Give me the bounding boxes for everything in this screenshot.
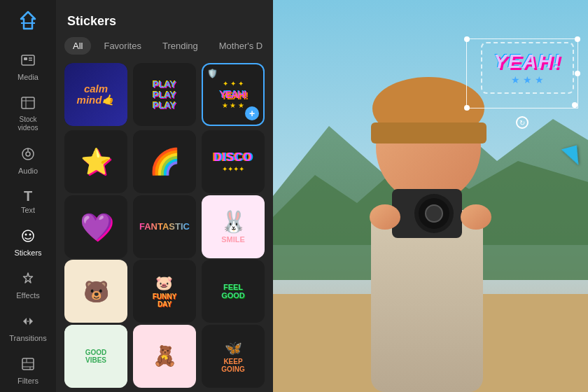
filter-tab-trending[interactable]: Trending (154, 37, 206, 55)
sidebar-item-stock-videos-label: Stockvideos (18, 115, 38, 132)
sticker-keep-going-char: 🦋 (225, 340, 242, 356)
sticker-good-vibes-label: GOODVIBES (85, 349, 107, 364)
sidebar-item-stickers-label: Stickers (14, 248, 41, 257)
sticker-funny-day[interactable]: 🐷 FUNNYDAY (133, 260, 196, 323)
sidebar-item-transitions-label: Transitions (9, 334, 46, 342)
sidebar-item-audio-label: Audio (18, 167, 38, 175)
filter-tab-mothers-day[interactable]: Mother's D (211, 37, 271, 55)
svg-rect-1 (22, 55, 34, 65)
svg-point-11 (22, 230, 34, 241)
filters-icon (20, 356, 36, 374)
filter-tab-favorites[interactable]: Favorites (95, 37, 149, 55)
shield-icon: 🛡️ (207, 69, 218, 78)
audio-icon (20, 146, 36, 164)
canvas-area[interactable]: YEAH! ★ ★ ★ ↻ (273, 0, 588, 392)
stickers-icon (20, 228, 36, 246)
sticker-character-emoji: 🧸 (153, 344, 177, 368)
svg-point-30 (426, 205, 442, 222)
sticker-smile[interactable]: 🐰 SMILE (202, 195, 265, 258)
filter-tab-bar: All Favorites Trending Mother's D ▾ (56, 37, 273, 63)
sidebar-item-filters-label: Filters (18, 377, 38, 385)
media-icon (20, 52, 36, 70)
stock-videos-icon (20, 95, 36, 113)
sticker-yeah[interactable]: 🛡️ ✦ ✦ ✦ YEAH! ★ ★ ★ + (202, 63, 265, 126)
transitions-icon (20, 314, 36, 331)
sticker-add-button[interactable]: + (245, 106, 259, 120)
sidebar-item-media[interactable]: Media (0, 46, 56, 88)
svg-point-31 (370, 204, 400, 230)
sticker-heart-label: 💜 (80, 211, 113, 242)
sticker-funny-day-label: FUNNYDAY (153, 293, 176, 308)
effects-icon (20, 271, 36, 288)
canvas-yeah-text: YEAH! (493, 50, 561, 73)
svg-rect-26 (371, 122, 486, 144)
sidebar-item-stock-videos[interactable]: Stockvideos (0, 88, 56, 139)
sidebar-item-transitions[interactable]: Transitions (0, 307, 56, 349)
svg-point-32 (461, 204, 491, 230)
sticker-bear[interactable]: 🐻 (64, 260, 127, 323)
sticker-grid: calmmind🤙 PLAYPLAYPLAY 🛡️ ✦ ✦ ✦ YEAH! ★ … (56, 63, 273, 392)
svg-rect-2 (24, 57, 27, 60)
sticker-star[interactable]: ⭐ (64, 130, 127, 193)
sticker-fantastic-label: FANTASTIC (139, 221, 190, 232)
panel-title: Stickers (56, 0, 273, 37)
sidebar: Media Stockvideos Audio T Text (0, 0, 56, 392)
svg-rect-5 (22, 97, 34, 108)
sticker-funny-pig: 🐷 (155, 274, 173, 291)
sticker-disco-label: DISCO (214, 151, 253, 164)
sticker-calm-mind-label: calmmind🤙 (77, 83, 115, 106)
sidebar-item-media-label: Media (18, 73, 38, 81)
sidebar-item-effects-label: Effects (16, 291, 39, 300)
sticker-character[interactable]: 🧸 (133, 325, 196, 388)
sidebar-item-filters[interactable]: Filters (0, 349, 56, 392)
svg-point-13 (29, 234, 31, 236)
sidebar-item-stickers[interactable]: Stickers (0, 221, 56, 264)
sticker-star-label: ⭐ (80, 147, 112, 176)
sticker-fantastic[interactable]: FANTASTIC (133, 195, 196, 258)
sidebar-item-text-label: Text (21, 206, 35, 214)
sticker-heart[interactable]: 💜 (64, 195, 127, 258)
sticker-disco[interactable]: DISCO ✦✦✦✦ (202, 130, 265, 193)
sticker-keep-going-label: KEEPGOING (221, 358, 244, 373)
sticker-keep-going[interactable]: 🦋 KEEPGOING (202, 325, 265, 388)
filter-tab-all[interactable]: All (64, 37, 91, 55)
sticker-play-label: PLAYPLAYPLAY (153, 79, 176, 111)
sticker-smile-emoji: 🐰 (220, 209, 246, 234)
sticker-panel: Stickers All Favorites Trending Mother's… (56, 0, 273, 392)
sticker-smile-label: SMILE (221, 235, 245, 244)
canvas-yeah-stars: ★ ★ ★ (511, 74, 544, 85)
sticker-calm-mind[interactable]: calmmind🤙 (64, 63, 127, 126)
svg-rect-15 (22, 358, 34, 370)
sticker-good-vibes[interactable]: GOODVIBES (64, 325, 127, 388)
sticker-yeah-stars-top: ✦ ✦ ✦ (223, 80, 244, 88)
sidebar-item-audio[interactable]: Audio (0, 139, 56, 182)
svg-point-12 (25, 234, 27, 236)
sticker-feel-good-label: FEELGOOD (221, 283, 245, 300)
sticker-feel-good[interactable]: FEELGOOD (202, 260, 265, 323)
svg-point-9 (26, 152, 30, 156)
canvas-sticker-yeah[interactable]: YEAH! ★ ★ ★ (481, 42, 574, 94)
sticker-yeah-stars-bottom: ★ ★ ★ (222, 102, 245, 109)
sticker-play-play[interactable]: PLAYPLAYPLAY (133, 63, 196, 126)
sidebar-item-text[interactable]: T Text (0, 182, 56, 221)
text-icon: T (24, 189, 32, 203)
sticker-bear-label: 🐻 (83, 279, 109, 304)
sticker-rainbow-label: 🌈 (149, 147, 181, 176)
sticker-rainbow[interactable]: 🌈 (133, 130, 196, 193)
sticker-yeah-label: YEAH! (220, 89, 247, 100)
sticker-disco-stars: ✦✦✦✦ (222, 165, 244, 173)
sidebar-item-effects[interactable]: Effects (0, 264, 56, 307)
app-logo (14, 8, 42, 34)
